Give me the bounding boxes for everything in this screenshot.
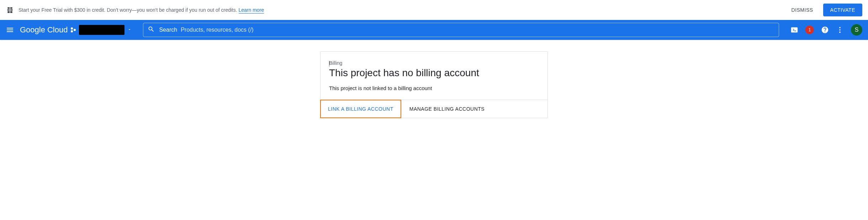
more-vert-icon[interactable] — [836, 26, 844, 34]
svg-rect-7 — [7, 30, 13, 30]
svg-rect-5 — [10, 7, 12, 9]
search-label: Search — [159, 27, 177, 33]
svg-rect-1 — [10, 9, 13, 10]
help-icon[interactable] — [821, 26, 829, 34]
svg-rect-2 — [7, 11, 10, 13]
header-actions: 1 S — [790, 24, 862, 36]
hamburger-menu-icon[interactable] — [6, 26, 14, 34]
svg-rect-8 — [7, 31, 13, 32]
user-avatar[interactable]: S — [851, 24, 862, 36]
project-name — [84, 27, 120, 33]
main-header: Google Cloud Search 1 — [0, 20, 868, 40]
gift-icon — [6, 6, 14, 14]
svg-rect-0 — [7, 9, 10, 10]
dismiss-button[interactable]: DISMISS — [786, 4, 819, 16]
activate-button[interactable]: ACTIVATE — [823, 4, 862, 16]
notification-badge[interactable]: 1 — [805, 26, 814, 34]
main-content: Billing This project has no billing acco… — [0, 40, 868, 118]
search-icon — [148, 26, 155, 34]
search-input[interactable] — [181, 27, 774, 33]
svg-point-11 — [839, 32, 841, 33]
logo[interactable]: Google Cloud — [20, 25, 68, 35]
learn-more-link[interactable]: Learn more — [239, 7, 264, 14]
card-description: This project is not linked to a billing … — [329, 85, 539, 91]
logo-text-google: Google — [20, 25, 45, 35]
svg-rect-6 — [7, 28, 13, 28]
trial-banner: Start your Free Trial with $300 in credi… — [0, 0, 868, 20]
card-title: This project has no billing account — [329, 67, 539, 79]
svg-point-10 — [839, 29, 841, 31]
svg-rect-4 — [7, 7, 10, 9]
card-actions: LINK A BILLING ACCOUNT MANAGE BILLING AC… — [321, 100, 547, 118]
trial-message: Start your Free Trial with $300 in credi… — [18, 7, 239, 13]
svg-rect-3 — [10, 11, 12, 13]
cloud-shell-icon[interactable] — [790, 26, 798, 34]
billing-card: Billing This project has no billing acco… — [320, 51, 548, 118]
card-subtitle: Billing — [329, 60, 539, 66]
manage-billing-accounts-button[interactable]: MANAGE BILLING ACCOUNTS — [402, 100, 492, 118]
project-selector[interactable] — [76, 25, 132, 35]
search-bar[interactable]: Search — [143, 23, 779, 37]
svg-point-9 — [839, 27, 841, 28]
trial-text: Start your Free Trial with $300 in credi… — [18, 7, 782, 13]
chevron-down-icon — [127, 27, 132, 33]
link-billing-account-button[interactable]: LINK A BILLING ACCOUNT — [320, 100, 401, 118]
logo-text-cloud: Cloud — [47, 25, 68, 35]
